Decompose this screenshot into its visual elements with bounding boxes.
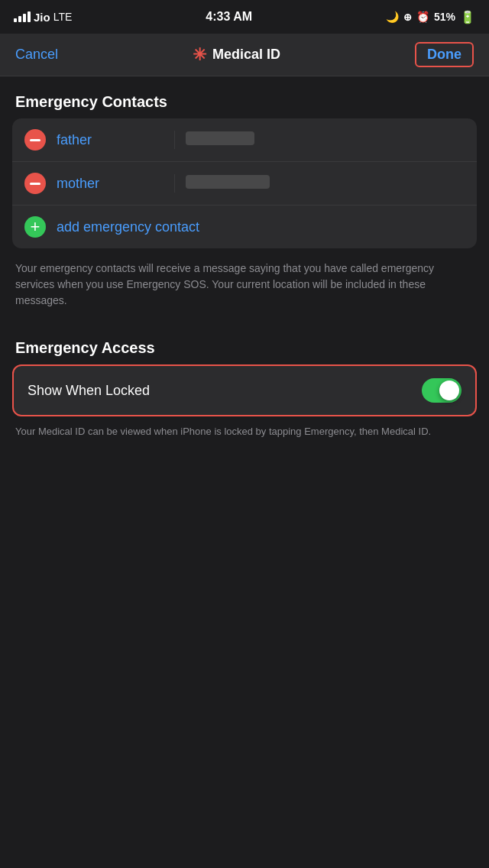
time-display: 4:33 AM bbox=[206, 10, 252, 24]
battery-label: 51% bbox=[434, 11, 455, 23]
alarm-icon: ⏰ bbox=[416, 11, 429, 23]
network-label: LTE bbox=[53, 11, 73, 23]
show-when-locked-toggle[interactable] bbox=[422, 378, 461, 403]
show-when-locked-label: Show When Locked bbox=[28, 383, 150, 399]
page-title: Medical ID bbox=[212, 47, 280, 63]
done-button[interactable]: Done bbox=[415, 42, 474, 67]
father-contact-detail bbox=[186, 131, 465, 148]
signal-icon bbox=[14, 11, 31, 22]
divider bbox=[174, 174, 175, 193]
medical-id-icon: ✳ bbox=[193, 45, 206, 65]
emergency-access-info: Your Medical ID can be viewed when iPhon… bbox=[0, 416, 489, 455]
nav-title: ✳ Medical ID bbox=[193, 45, 280, 65]
battery-icon: 🔋 bbox=[460, 10, 475, 24]
table-row: mother bbox=[12, 162, 477, 206]
mother-contact-detail bbox=[186, 175, 465, 192]
carrier-label: Jio bbox=[34, 11, 50, 24]
add-emergency-contact-row[interactable]: + add emergency contact bbox=[12, 206, 477, 248]
father-contact-name[interactable]: father bbox=[57, 132, 164, 148]
toggle-knob bbox=[439, 381, 459, 400]
do-not-disturb-icon: 🌙 bbox=[386, 11, 399, 23]
emergency-access-header: Emergency Access bbox=[0, 321, 489, 364]
add-contact-label[interactable]: add emergency contact bbox=[57, 219, 199, 235]
status-left: Jio LTE bbox=[14, 11, 72, 24]
nav-bar: Cancel ✳ Medical ID Done bbox=[0, 34, 489, 76]
remove-mother-button[interactable] bbox=[24, 173, 46, 194]
mother-contact-name[interactable]: mother bbox=[57, 176, 164, 192]
table-row: father bbox=[12, 118, 477, 162]
divider bbox=[174, 131, 175, 149]
show-when-locked-row: Show When Locked bbox=[14, 366, 475, 415]
location-icon: ⊕ bbox=[403, 11, 412, 23]
cancel-button[interactable]: Cancel bbox=[15, 47, 58, 63]
emergency-contacts-info: Your emergency contacts will receive a m… bbox=[0, 248, 489, 321]
add-contact-button[interactable]: + bbox=[24, 216, 46, 238]
remove-father-button[interactable] bbox=[24, 129, 46, 151]
emergency-access-section: Show When Locked bbox=[12, 364, 477, 416]
contacts-list: father mother + add emergency contact bbox=[12, 118, 477, 248]
status-right: 🌙 ⊕ ⏰ 51% 🔋 bbox=[386, 10, 475, 24]
status-bar: Jio LTE 4:33 AM 🌙 ⊕ ⏰ 51% 🔋 bbox=[0, 0, 489, 34]
emergency-contacts-header: Emergency Contacts bbox=[0, 76, 489, 118]
